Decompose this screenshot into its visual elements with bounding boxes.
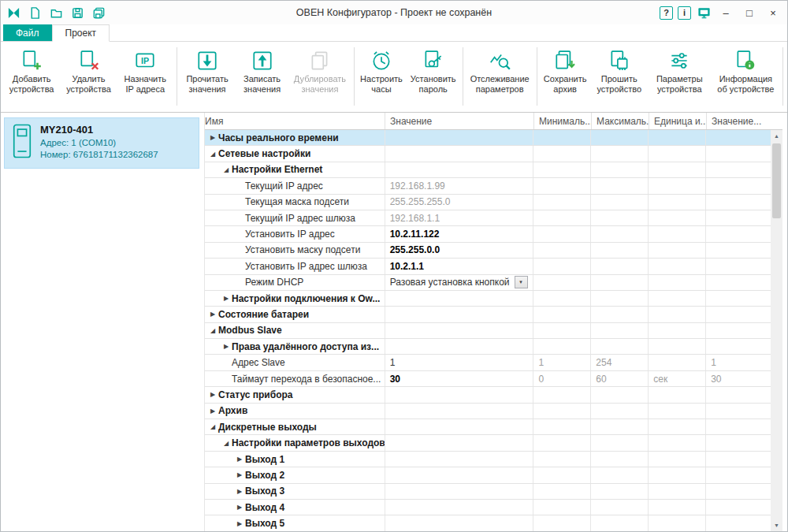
column-header-value[interactable]: Значение xyxy=(385,113,534,129)
row-value-cell[interactable] xyxy=(385,323,534,338)
table-row[interactable]: Текущий IP адрес192.168.1.99 xyxy=(205,178,771,194)
row-name-cell[interactable]: ◢Modbus Slave xyxy=(205,323,385,338)
maximize-button[interactable]: □ xyxy=(740,5,759,20)
table-row[interactable]: ▶Права удалённого доступа из... xyxy=(205,339,771,355)
monitor-parameters-button[interactable]: Отслеживание параметров xyxy=(465,44,534,112)
table-row[interactable]: ▶Состояние батареи xyxy=(205,307,771,322)
row-value-cell[interactable] xyxy=(385,307,534,322)
row-name-cell[interactable]: ◢Дискретные выходы xyxy=(205,419,385,434)
row-value-cell[interactable] xyxy=(385,452,534,467)
column-header-min[interactable]: Минималь... xyxy=(534,113,592,129)
row-name-cell[interactable]: Текущая маска подсети xyxy=(205,195,385,210)
row-name-cell[interactable]: Установить IP адрес xyxy=(205,226,385,241)
dropdown-button[interactable]: ▼ xyxy=(515,276,528,288)
row-name-cell[interactable]: ▶Выход 3 xyxy=(205,484,385,499)
row-value-cell[interactable]: 10.2.11.122 xyxy=(385,226,534,241)
table-row[interactable]: ▶Выход 4 xyxy=(205,500,771,515)
row-value-cell[interactable]: 30 xyxy=(385,371,534,386)
table-row[interactable]: ▶Статус прибора xyxy=(205,387,771,403)
expand-icon[interactable]: ▶ xyxy=(207,311,218,318)
row-value-cell[interactable] xyxy=(385,339,534,354)
scroll-down-icon[interactable]: ▼ xyxy=(771,519,782,531)
scrollbar-thumb[interactable] xyxy=(772,143,781,218)
row-value-cell[interactable]: 192.168.1.1 xyxy=(385,210,534,225)
row-value-cell[interactable] xyxy=(385,435,534,450)
row-value-cell[interactable]: 10.2.1.1 xyxy=(385,259,534,273)
table-row[interactable]: Таймаут перехода в безопасное...30060сек… xyxy=(205,371,771,387)
delete-devices-button[interactable]: Удалить устройства xyxy=(61,44,116,112)
expand-icon[interactable]: ▶ xyxy=(234,488,245,495)
save-archive-button[interactable]: Сохранить архив xyxy=(540,44,591,112)
row-value-cell[interactable]: 1 xyxy=(385,355,534,370)
minimize-button[interactable]: – xyxy=(716,5,735,20)
table-row[interactable]: ◢Настройки параметров выходов xyxy=(205,435,771,451)
new-project-icon[interactable] xyxy=(27,5,43,20)
row-name-cell[interactable]: ▶Выход 1 xyxy=(205,452,385,467)
table-row[interactable]: Установить IP адрес шлюза10.2.1.1 xyxy=(205,259,771,274)
row-name-cell[interactable]: ◢Настройки параметров выходов xyxy=(205,435,385,450)
remote-screen-icon[interactable] xyxy=(696,5,712,20)
expand-icon[interactable]: ▶ xyxy=(221,343,232,350)
column-header-max[interactable]: Максималь... xyxy=(592,113,649,129)
add-devices-button[interactable]: Добавить устройства xyxy=(2,44,61,112)
save-project-icon[interactable] xyxy=(69,5,85,20)
row-value-cell[interactable] xyxy=(385,146,534,161)
table-row[interactable]: ▶Выход 2 xyxy=(205,467,771,483)
collapse-icon[interactable]: ◢ xyxy=(207,423,218,430)
row-value-cell[interactable] xyxy=(385,162,534,177)
column-header-default[interactable]: Значение... xyxy=(707,113,771,129)
scroll-up-icon[interactable]: ▲ xyxy=(771,130,782,142)
row-value-cell[interactable]: 255.255.255.0 xyxy=(385,195,534,210)
assign-ip-button[interactable]: IP Назначить IP адреса xyxy=(117,44,174,112)
row-value-cell[interactable] xyxy=(385,467,534,482)
table-row[interactable]: ◢Сетевые настройки xyxy=(205,146,771,162)
table-row[interactable]: ▶Настройки подключения к Ow... xyxy=(205,291,771,307)
row-name-cell[interactable]: ▶Выход 5 xyxy=(205,515,385,530)
table-row[interactable]: Адрес Slave112541 xyxy=(205,355,771,370)
set-password-button[interactable]: Установить пароль xyxy=(407,44,460,112)
column-header-name[interactable]: Имя xyxy=(205,113,385,129)
row-name-cell[interactable]: Установить маску подсети xyxy=(205,243,385,258)
table-row[interactable]: ◢Настройки Ethernet xyxy=(205,162,771,178)
column-header-unit[interactable]: Единица и... xyxy=(649,113,707,129)
row-name-cell[interactable]: ▶Часы реального времени xyxy=(205,130,385,145)
open-project-icon[interactable] xyxy=(48,5,64,20)
expand-icon[interactable]: ▶ xyxy=(207,407,218,415)
row-name-cell[interactable]: Установить IP адрес шлюза xyxy=(205,259,385,273)
row-name-cell[interactable]: Адрес Slave xyxy=(205,355,385,370)
help-button[interactable]: ? xyxy=(660,6,673,20)
expand-icon[interactable]: ▶ xyxy=(207,391,218,398)
table-row[interactable]: Установить IP адрес10.2.11.122 xyxy=(205,226,771,242)
collapse-icon[interactable]: ◢ xyxy=(221,440,232,447)
row-value-cell[interactable] xyxy=(385,419,534,434)
collapse-icon[interactable]: ◢ xyxy=(221,166,232,173)
row-name-cell[interactable]: Режим DHCP xyxy=(205,275,385,290)
row-name-cell[interactable]: Таймаут перехода в безопасное... xyxy=(205,371,385,386)
vertical-scrollbar[interactable]: ▲ ▼ xyxy=(771,130,782,531)
table-row[interactable]: Режим DHCPРазовая установка кнопкой▼ xyxy=(205,275,771,291)
set-clock-button[interactable]: Настроить часы xyxy=(356,44,407,112)
row-value-cell[interactable] xyxy=(385,387,534,402)
table-row[interactable]: ◢Дискретные выходы xyxy=(205,419,771,435)
expand-icon[interactable]: ▶ xyxy=(234,471,245,478)
row-name-cell[interactable]: Текущий IP адрес шлюза xyxy=(205,210,385,225)
device-parameters-button[interactable]: Параметры устройства xyxy=(648,44,711,112)
row-name-cell[interactable]: ◢Настройки Ethernet xyxy=(205,162,385,177)
expand-icon[interactable]: ▶ xyxy=(234,504,245,511)
row-value-cell[interactable] xyxy=(385,484,534,499)
expand-icon[interactable]: ▶ xyxy=(221,295,232,302)
row-value-cell[interactable] xyxy=(385,291,534,306)
row-name-cell[interactable]: ▶Права удалённого доступа из... xyxy=(205,339,385,354)
close-button[interactable]: × xyxy=(764,5,782,20)
expand-icon[interactable]: ▶ xyxy=(207,134,218,141)
table-row[interactable]: ▶Архив xyxy=(205,404,771,419)
table-row[interactable]: ◢Modbus Slave xyxy=(205,323,771,339)
row-name-cell[interactable]: ▶Выход 2 xyxy=(205,467,385,482)
flash-device-button[interactable]: Прошить устройство xyxy=(590,44,648,112)
row-value-cell[interactable]: 255.255.0.0 xyxy=(385,243,534,258)
table-row[interactable]: ▶Выход 1 xyxy=(205,452,771,467)
save-all-icon[interactable] xyxy=(91,5,106,20)
table-row[interactable]: Текущая маска подсети255.255.255.0 xyxy=(205,195,771,210)
collapse-icon[interactable]: ◢ xyxy=(207,327,218,334)
row-name-cell[interactable]: ▶Архив xyxy=(205,404,385,419)
